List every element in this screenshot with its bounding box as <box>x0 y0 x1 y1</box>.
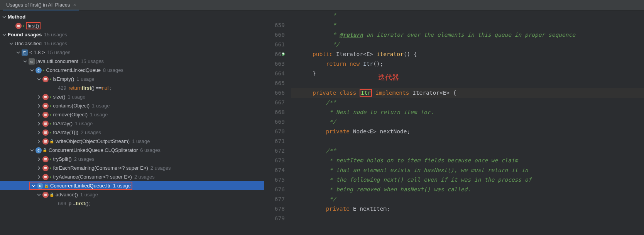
tree-method-node[interactable]: m ● first() <box>0 21 264 30</box>
chevron-down-icon[interactable] <box>2 32 7 37</box>
code-line[interactable]: private Node<E> nextNode; <box>291 127 644 136</box>
class-icon: c <box>35 67 42 73</box>
code-line[interactable]: */ <box>291 117 644 127</box>
code-line[interactable]: * nextItem holds on to item fields becau… <box>291 156 644 165</box>
tree-method-size[interactable]: m ● size() 1 usage <box>0 92 264 101</box>
line-number: 699 <box>58 201 66 206</box>
chevron-right-icon[interactable] <box>36 174 42 180</box>
tree-method-isempty[interactable]: m ● isEmpty() 1 usage <box>0 75 264 83</box>
code-line[interactable]: * that an element exists in hasNext(), w… <box>291 165 644 175</box>
gutter-line: 668 <box>264 107 285 117</box>
tree-method-writeobject[interactable]: m 🔒 writeObject(ObjectOutputStream) 1 us… <box>0 137 264 146</box>
code-line[interactable]: private class Itr implements Iterator<E>… <box>291 88 644 98</box>
code-line[interactable]: public Iterator<E> iterator() { <box>291 49 644 59</box>
gutter-line <box>264 11 285 20</box>
node-label: writeObject(ObjectOutputStream) <box>56 138 130 144</box>
code-line[interactable]: /** <box>291 146 644 156</box>
close-icon[interactable]: × <box>73 2 76 8</box>
node-label: ConcurrentLinkedQueue.Itr <box>50 183 111 189</box>
node-label: java.util.concurrent <box>36 58 78 64</box>
override-up-icon[interactable] <box>281 52 286 56</box>
chevron-right-icon[interactable] <box>36 94 42 100</box>
tree-class-itr[interactable]: c 🔒 ConcurrentLinkedQueue.Itr 1 usage <box>0 181 264 190</box>
chevron-down-icon[interactable] <box>8 41 14 46</box>
method-icon: m <box>42 103 49 109</box>
public-icon: ● <box>49 166 51 170</box>
node-label: remove(Object) <box>53 112 88 118</box>
code-line[interactable] <box>291 136 644 146</box>
count-label: 1 usage <box>113 183 131 189</box>
tree-package[interactable]: ▭ java.util.concurrent 15 usages <box>0 57 264 66</box>
code-line[interactable]: * <box>291 20 644 30</box>
tree-usage-advance[interactable]: 699 p = first(); <box>0 199 264 208</box>
code-line[interactable]: * the following next() call even if it w… <box>291 175 644 185</box>
tab-usages[interactable]: Usages of first() in All Places × <box>3 0 79 10</box>
chevron-down-icon[interactable] <box>36 77 42 82</box>
chevron-right-icon[interactable] <box>36 112 42 118</box>
gutter-line: 676 <box>264 185 285 194</box>
code-line[interactable]: */ <box>291 194 644 204</box>
tree-method-tryadvance[interactable]: m ● tryAdvance(Consumer<? super E>) 2 us… <box>0 172 264 181</box>
chevron-down-icon[interactable] <box>31 183 36 189</box>
class-icon: c <box>35 147 42 153</box>
chevron-right-icon[interactable] <box>36 103 42 109</box>
usages-tree[interactable]: Method m ● first() Found usages 15 usage… <box>0 11 264 235</box>
editor[interactable]: 迭代器 * * * @return an iterator over the e… <box>291 11 644 235</box>
public-icon: ● <box>42 68 44 72</box>
tree-class-spliterator[interactable]: c 🔒 ConcurrentLinkedQueue.CLQSpliterator… <box>0 146 264 155</box>
gutter-line: 671 <box>264 136 285 146</box>
code-line[interactable]: } <box>291 69 644 78</box>
code-line[interactable]: */ <box>291 40 644 49</box>
method-icon: m <box>42 112 49 118</box>
tree-method-contains[interactable]: m ● contains(Object) 1 usage <box>0 101 264 110</box>
gutter-line: 675 <box>264 175 285 185</box>
code-line[interactable]: /** <box>291 98 644 107</box>
chevron-right-icon[interactable] <box>36 157 42 162</box>
method-icon: m <box>42 94 49 100</box>
method-icon: m <box>42 192 49 198</box>
count-label: 1 usage <box>92 103 110 109</box>
chevron-right-icon[interactable] <box>36 130 42 135</box>
chevron-right-icon[interactable] <box>36 121 42 126</box>
chevron-down-icon[interactable] <box>29 148 35 153</box>
chevron-down-icon[interactable] <box>29 68 35 73</box>
node-label: forEachRemaining(Consumer<? super E>) <box>53 165 148 171</box>
code-line[interactable] <box>291 78 644 88</box>
chevron-down-icon[interactable] <box>22 59 28 64</box>
code-line[interactable]: private E nextItem; <box>291 204 644 214</box>
code-line[interactable]: * <box>291 11 644 20</box>
count-label: 1 usage <box>132 138 150 144</box>
tree-found-heading[interactable]: Found usages 15 usages <box>0 30 264 39</box>
chevron-down-icon[interactable] <box>36 192 42 198</box>
class-icon: c <box>37 183 43 189</box>
tree-method-toarrayt[interactable]: m ● toArray(T[]) 2 usages <box>0 128 264 137</box>
tree-method-trysplit[interactable]: m ● trySplit() 2 usages <box>0 155 264 163</box>
public-icon: ● <box>49 104 51 108</box>
gutter-line: 665 <box>264 78 285 88</box>
tree-method-toarray0[interactable]: m ● toArray() 1 usage <box>0 119 264 128</box>
chevron-right-icon[interactable] <box>36 139 42 144</box>
tree-method-heading[interactable]: Method <box>0 12 264 21</box>
gutter-line: 674 <box>264 165 285 175</box>
gutter-line: 669 <box>264 117 285 127</box>
chevron-right-icon[interactable] <box>36 165 42 171</box>
code-preview: 6596606616626636646656666676686696706716… <box>264 11 644 235</box>
tree-unclassified[interactable]: Unclassified 15 usages <box>0 39 264 48</box>
tree-class-clq[interactable]: c ● ConcurrentLinkedQueue 8 usages <box>0 66 264 75</box>
chevron-down-icon[interactable] <box>15 50 21 55</box>
code-line[interactable]: * being removed when hasNext() was calle… <box>291 185 644 194</box>
tree-method-remove[interactable]: m ● remove(Object) 1 usage <box>0 110 264 119</box>
code-line[interactable]: * Next node to return item for. <box>291 107 644 117</box>
tree-method-foreachremaining[interactable]: m ● forEachRemaining(Consumer<? super E>… <box>0 163 264 172</box>
tree-jdk[interactable]: ⬚ < 1.8 > 15 usages <box>0 48 264 57</box>
tree-usage-isempty[interactable]: 429 return first() == null; <box>0 83 264 92</box>
chevron-down-icon[interactable] <box>2 14 7 20</box>
code-line[interactable]: * @return an iterator over the elements … <box>291 30 644 40</box>
code-text: null <box>102 85 110 91</box>
lock-icon: 🔒 <box>49 139 54 143</box>
code-line[interactable]: return new Itr(); <box>291 59 644 69</box>
tree-method-advance[interactable]: m 🔒 advance() 1 usage <box>0 190 264 199</box>
code-line[interactable] <box>291 214 644 223</box>
public-icon: ● <box>49 175 51 179</box>
node-label: isEmpty() <box>53 76 74 82</box>
